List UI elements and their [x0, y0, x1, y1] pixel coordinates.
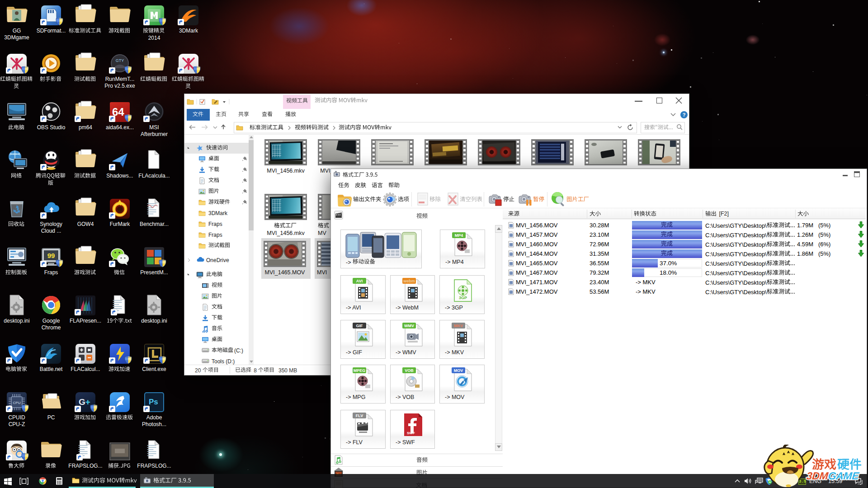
svg-text:3GP: 3GP: [459, 296, 467, 300]
svg-text:99: 99: [47, 252, 55, 259]
svg-text:VOB: VOB: [405, 368, 414, 373]
svg-text:CPU: CPU: [13, 401, 21, 405]
svg-text:FLV: FLV: [356, 413, 363, 418]
svg-text:GTY: GTY: [116, 58, 124, 63]
svg-text:WMV: WMV: [404, 324, 414, 328]
svg-text:SWF: SWF: [407, 431, 415, 435]
svg-text:GIF: GIF: [356, 324, 363, 328]
svg-text:MPEG: MPEG: [354, 368, 366, 373]
svg-text:MP4: MP4: [455, 233, 463, 238]
svg-text:AVI: AVI: [356, 279, 363, 283]
svg-text:MOV: MOV: [454, 368, 463, 373]
svg-text:MKV: MKV: [454, 324, 463, 328]
svg-text:webm: webm: [403, 279, 415, 283]
